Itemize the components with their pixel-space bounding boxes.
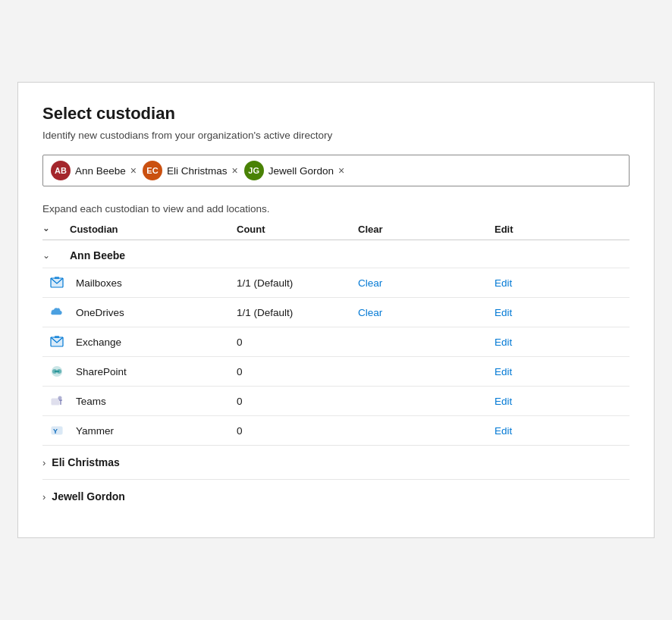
teams-icon bbox=[50, 394, 64, 408]
onedrives-count: 1/1 (Default) bbox=[237, 307, 358, 318]
sharepoint-icon-col bbox=[42, 365, 70, 378]
sharepoint-icon bbox=[50, 365, 64, 378]
tag-jewell-gordon: JG Jewell Gordon × bbox=[244, 161, 344, 180]
table-row: Y Yammer 0 Edit bbox=[42, 415, 630, 445]
table-row: SharePoint 0 Edit bbox=[42, 356, 630, 386]
remove-ann-beebe-button[interactable]: × bbox=[130, 165, 137, 176]
table-row: Exchange 0 Edit bbox=[42, 327, 630, 356]
tag-name-jewell-gordon: Jewell Gordon bbox=[268, 165, 334, 177]
select-custodian-panel: Select custodian Identify new custodians… bbox=[17, 82, 655, 538]
header-collapse-col: ⌄ bbox=[42, 224, 70, 235]
tag-ann-beebe: AB Ann Beebe × bbox=[51, 161, 137, 180]
svg-rect-2 bbox=[55, 277, 59, 279]
mailboxes-clear-button[interactable]: Clear bbox=[358, 277, 495, 289]
collapse-all-button[interactable]: ⌄ bbox=[42, 224, 49, 233]
mailboxes-icon-col bbox=[42, 276, 70, 290]
yammer-icon: Y bbox=[50, 424, 64, 437]
header-custodian: Custodian bbox=[70, 224, 237, 235]
custodian-name-eli-christmas: Eli Christmas bbox=[52, 456, 119, 468]
table-row: Mailboxes 1/1 (Default) Clear Edit bbox=[42, 268, 630, 297]
expand-instruction: Expand each custodian to view and add lo… bbox=[42, 203, 630, 214]
remove-jewell-gordon-button[interactable]: × bbox=[338, 165, 344, 176]
table-header: ⌄ Custodian Count Clear Edit bbox=[42, 224, 630, 240]
onedrives-icon bbox=[50, 305, 64, 319]
remove-eli-christmas-button[interactable]: × bbox=[232, 165, 238, 176]
avatar-jg: JG bbox=[244, 161, 264, 180]
page-subtitle: Identify new custodians from your organi… bbox=[42, 130, 630, 141]
avatar-ab: AB bbox=[51, 161, 71, 180]
exchange-icon-col bbox=[42, 335, 70, 349]
custodian-section-ann-beebe: ⌄ Ann Beebe Mailboxes 1/1 (Default) Clea… bbox=[42, 240, 630, 446]
mailboxes-count: 1/1 (Default) bbox=[237, 277, 358, 289]
custodian-name-jewell-gordon: Jewell Gordon bbox=[52, 490, 124, 503]
header-clear: Clear bbox=[358, 224, 495, 235]
onedrives-edit-button[interactable]: Edit bbox=[495, 307, 586, 318]
teams-label: Teams bbox=[70, 396, 237, 407]
exchange-icon bbox=[50, 335, 64, 349]
exchange-count: 0 bbox=[237, 337, 358, 348]
page-title: Select custodian bbox=[42, 104, 630, 124]
tag-name-eli-christmas: Eli Christmas bbox=[167, 165, 228, 177]
expand-jewell-gordon-button[interactable]: › bbox=[42, 491, 46, 503]
custodian-section-jewell-gordon: › Jewell Gordon bbox=[42, 480, 630, 513]
table-row: Teams 0 Edit bbox=[42, 386, 630, 415]
svg-text:Y: Y bbox=[53, 427, 58, 435]
custodian-section-eli-christmas: › Eli Christmas bbox=[42, 446, 630, 480]
yammer-icon-col: Y bbox=[42, 424, 70, 437]
collapse-ann-beebe-button[interactable]: ⌄ bbox=[42, 250, 50, 261]
header-edit: Edit bbox=[495, 224, 586, 235]
chevron-down-icon: ⌄ bbox=[42, 224, 49, 233]
svg-point-11 bbox=[58, 396, 62, 400]
header-count: Count bbox=[237, 224, 358, 235]
onedrives-clear-button[interactable]: Clear bbox=[358, 307, 495, 318]
table-row: OneDrives 1/1 (Default) Clear Edit bbox=[42, 297, 630, 327]
svg-rect-10 bbox=[52, 399, 59, 405]
expand-eli-christmas-button[interactable]: › bbox=[42, 457, 46, 468]
onedrives-icon-col bbox=[42, 305, 70, 319]
mailboxes-edit-button[interactable]: Edit bbox=[495, 277, 586, 289]
mailboxes-icon bbox=[50, 276, 64, 290]
mailboxes-label: Mailboxes bbox=[70, 277, 237, 289]
exchange-edit-button[interactable]: Edit bbox=[495, 337, 586, 348]
sharepoint-label: SharePoint bbox=[70, 366, 237, 377]
avatar-ec: EC bbox=[143, 161, 162, 180]
teams-count: 0 bbox=[237, 396, 358, 407]
tag-eli-christmas: EC Eli Christmas × bbox=[143, 161, 238, 180]
sharepoint-count: 0 bbox=[237, 366, 358, 377]
custodian-name-ann-beebe: Ann Beebe bbox=[70, 249, 237, 261]
exchange-label: Exchange bbox=[70, 337, 237, 348]
yammer-label: Yammer bbox=[70, 425, 237, 437]
custodian-tag-input[interactable]: AB Ann Beebe × EC Eli Christmas × JG Jew… bbox=[42, 155, 630, 186]
svg-rect-5 bbox=[55, 336, 59, 338]
yammer-count: 0 bbox=[237, 425, 358, 437]
tag-name-ann-beebe: Ann Beebe bbox=[75, 165, 126, 177]
sharepoint-edit-button[interactable]: Edit bbox=[495, 366, 586, 377]
custodian-row-ann-beebe: ⌄ Ann Beebe bbox=[42, 240, 630, 268]
teams-edit-button[interactable]: Edit bbox=[495, 396, 586, 407]
onedrives-label: OneDrives bbox=[70, 307, 237, 318]
teams-icon-col bbox=[42, 394, 70, 408]
yammer-edit-button[interactable]: Edit bbox=[495, 425, 586, 437]
